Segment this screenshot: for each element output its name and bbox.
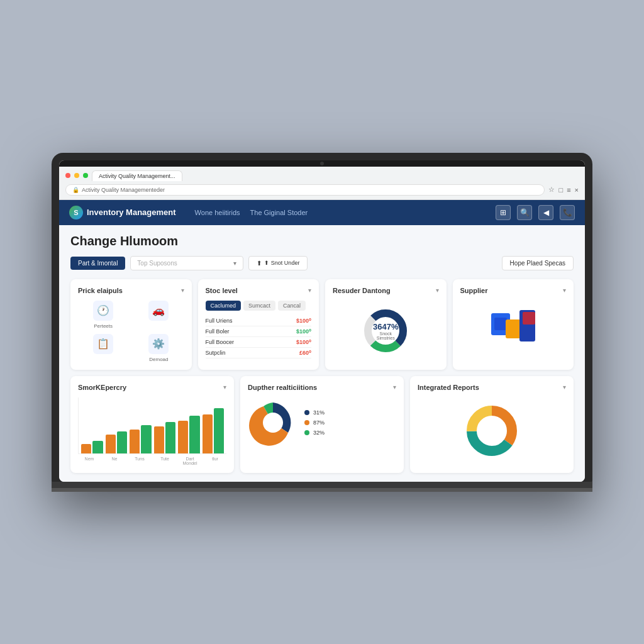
bar-group-1: [81, 441, 103, 453]
sort-label: ⬆ Snot Under: [264, 260, 299, 266]
bar-orange-1: [81, 444, 91, 453]
svg-point-3: [263, 413, 283, 433]
supplier-dropdown[interactable]: ▾: [563, 287, 566, 294]
quick-access-dropdown[interactable]: ▾: [181, 287, 184, 294]
legend-item-2: 87%: [304, 419, 325, 426]
stock-efficiency-dropdown[interactable]: ▾: [223, 384, 226, 391]
stock-efficiency-card: SmorKEpercry ▾: [70, 376, 234, 473]
stock-item-1: Full Uriens $100⁰: [206, 316, 312, 326]
distribution-pie: [248, 397, 298, 448]
help-button[interactable]: Hope Plaed Specas: [502, 256, 574, 270]
stock-item-4: Sutpclin £60⁰: [206, 348, 312, 358]
distribution-content: 31% 87% 32%: [248, 397, 396, 448]
url-text: Activity Quality Managementeder: [82, 187, 165, 193]
phone-button[interactable]: 📞: [560, 205, 575, 220]
bar-group-4: [154, 422, 176, 453]
sort-button[interactable]: ⬆ ⬆ Snot Under: [248, 256, 308, 270]
legend-label-2: 87%: [313, 419, 325, 426]
chevron-down-icon: ▾: [233, 260, 236, 267]
nav-link-1[interactable]: Wone heiitirids: [195, 209, 240, 216]
quick-access-icons: 🕐 Perteets 🚗 📋 ⚙️ D: [78, 301, 184, 362]
distribution-dropdown[interactable]: ▾: [393, 384, 396, 391]
reports-visual: [418, 397, 566, 464]
stock-level-dropdown[interactable]: ▾: [308, 287, 311, 294]
reports-card: Integrated Reports ▾: [410, 376, 574, 473]
reorder-donut: 3647% Snock Simstries: [360, 306, 411, 356]
reports-dropdown[interactable]: ▾: [563, 384, 566, 391]
stock-level-card: Stoc level ▾ Caclumed Sumcact Cancal Ful…: [198, 279, 319, 370]
bar-orange-2: [106, 435, 116, 453]
stock-tabs: Caclumed Sumcact Cancal: [206, 301, 312, 311]
bar-group-5: [178, 416, 200, 453]
back-button[interactable]: ◀: [538, 205, 553, 220]
star-icon[interactable]: ☆: [548, 186, 555, 194]
reorder-visual: 3647% Snock Simstries: [333, 301, 439, 361]
quick-access-card: Prick elaipuls ▾ 🕐 Perteets 🚗: [70, 279, 192, 370]
bar-orange-3: [130, 430, 140, 453]
nav-links: Wone heiitirids The Giginal Stoder: [195, 209, 308, 216]
qa-label-1: Perteets: [94, 323, 113, 329]
legend-item-1: 31%: [304, 409, 325, 416]
laptop-hinge: [52, 488, 592, 492]
quick-access-title: Prick elaipuls: [78, 287, 123, 294]
bar-green-5: [189, 416, 199, 453]
browser-tab[interactable]: Activity Quality Management...: [92, 170, 182, 181]
qa-item-2[interactable]: 🚗: [133, 301, 184, 329]
laptop-base: [52, 482, 592, 492]
gear-icon: ⚙️: [148, 334, 169, 354]
lock-icon: 🔒: [72, 187, 79, 193]
reorder-dropdown[interactable]: ▾: [436, 287, 439, 294]
chart-label-2: Ne: [103, 457, 126, 465]
supplier-visual: [460, 301, 567, 357]
distribution-legend: 31% 87% 32%: [304, 409, 325, 436]
legend-label-3: 32%: [313, 430, 325, 436]
reports-title: Integrated Reports: [418, 384, 479, 391]
qa-item-4[interactable]: ⚙️ Demoad: [133, 334, 184, 362]
stock-level-title: Stoc level: [206, 287, 238, 294]
reorder-percentage: 3647%: [373, 321, 398, 331]
grid-button[interactable]: ⊞: [496, 205, 511, 220]
clipboard-icon: 📋: [93, 334, 113, 354]
filter-placeholder: Top Suposons: [137, 260, 177, 267]
bar-green-2: [117, 431, 127, 453]
app-header: S Inventory Management Wone heiitirids T…: [59, 200, 585, 225]
bar-green-6: [214, 408, 224, 453]
reorder-subtitle: Snock Simstries: [373, 331, 398, 340]
main-content: Change Hlumoom Part & Imontal Top Suposo…: [59, 225, 585, 482]
supplier-title: Supplier: [460, 287, 488, 294]
search-button[interactable]: 🔍: [517, 205, 532, 220]
bar-green-4: [165, 422, 175, 453]
chart-labels: Nem Ne Tuns Tute Dart Mondel tlur: [78, 457, 226, 465]
filter-bar: Part & Imontal Top Suposons ▾ ⬆ ⬆ Snot U…: [70, 256, 574, 270]
chart-label-4: Tute: [153, 457, 176, 465]
reorder-card: Resuder Dantong ▾ 3647% S: [325, 279, 447, 370]
app-logo: S Inventory Management: [69, 206, 176, 219]
stock-tab-1[interactable]: Caclumed: [206, 301, 242, 311]
legend-label-1: 31%: [313, 409, 325, 416]
bar-group-6: [203, 408, 225, 453]
bottom-cards-grid: SmorKEpercry ▾: [70, 376, 574, 473]
bar-group-2: [106, 431, 128, 453]
top-cards-grid: Prick elaipuls ▾ 🕐 Perteets 🚗: [70, 279, 574, 370]
car-icon: 🚗: [148, 301, 169, 321]
filter-select[interactable]: Top Suposons ▾: [130, 256, 243, 270]
nav-link-2[interactable]: The Giginal Stoder: [250, 209, 308, 216]
menu-icon[interactable]: ≡: [567, 186, 570, 194]
stock-tab-3[interactable]: Cancal: [278, 301, 306, 311]
chart-label-5: Dart Mondel: [179, 457, 201, 465]
filter-tab-button[interactable]: Part & Imontal: [70, 257, 125, 270]
close-icon[interactable]: ×: [575, 186, 579, 194]
page-title: Change Hlumoom: [70, 234, 574, 248]
qa-item-3[interactable]: 📋: [78, 334, 128, 362]
window-icon[interactable]: □: [558, 186, 563, 194]
qa-label-4: Demoad: [149, 357, 168, 362]
app-title: Inventory Management: [87, 208, 176, 217]
svg-point-7: [478, 417, 506, 445]
qa-item-1[interactable]: 🕐 Perteets: [78, 301, 128, 329]
address-bar[interactable]: 🔒 Activity Quality Managementeder: [65, 184, 545, 196]
reports-donut: [464, 402, 520, 459]
chart-label-6: tlur: [204, 457, 226, 465]
stock-tab-2[interactable]: Sumcact: [243, 301, 275, 311]
logo-icon: S: [69, 206, 83, 219]
legend-dot-3: [304, 430, 309, 435]
